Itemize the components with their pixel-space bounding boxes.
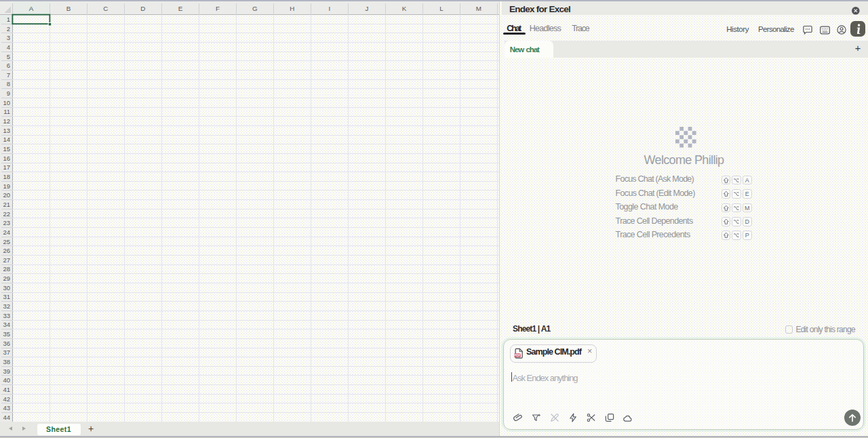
svg-text:F: F [216, 5, 220, 12]
svg-text:16: 16 [3, 155, 10, 162]
svg-text:10: 10 [3, 99, 10, 106]
svg-text:22: 22 [3, 210, 10, 218]
svg-text:2: 2 [7, 25, 10, 33]
svg-text:6: 6 [7, 62, 10, 69]
svg-text:31: 31 [3, 293, 10, 300]
svg-text:K: K [402, 5, 407, 12]
svg-text:17: 17 [3, 163, 10, 171]
svg-text:8: 8 [7, 80, 10, 87]
svg-text:28: 28 [3, 265, 10, 273]
svg-text:D: D [140, 5, 145, 12]
svg-text:36: 36 [3, 340, 10, 347]
svg-text:43: 43 [3, 404, 10, 412]
svg-text:L: L [439, 5, 443, 12]
svg-text:15: 15 [3, 145, 10, 153]
svg-text:14: 14 [3, 136, 10, 143]
svg-text:40: 40 [3, 376, 10, 384]
svg-text:23: 23 [3, 219, 10, 226]
svg-text:32: 32 [3, 302, 10, 310]
svg-text:9: 9 [7, 89, 10, 97]
svg-text:1: 1 [7, 16, 10, 23]
svg-text:M: M [476, 5, 481, 12]
svg-text:B: B [66, 5, 71, 12]
svg-text:13: 13 [3, 127, 10, 134]
svg-text:35: 35 [3, 330, 10, 338]
svg-text:44: 44 [3, 414, 10, 421]
svg-text:21: 21 [3, 201, 10, 208]
svg-text:20: 20 [3, 191, 10, 199]
svg-text:33: 33 [3, 312, 10, 319]
svg-text:42: 42 [3, 395, 10, 403]
svg-text:39: 39 [3, 367, 10, 375]
svg-text:24: 24 [3, 228, 10, 236]
svg-text:7: 7 [7, 71, 10, 79]
svg-text:3: 3 [7, 34, 10, 41]
svg-text:41: 41 [3, 386, 10, 393]
svg-text:27: 27 [3, 256, 10, 264]
svg-text:H: H [290, 5, 294, 12]
svg-text:26: 26 [3, 247, 10, 254]
svg-text:25: 25 [3, 238, 10, 245]
svg-text:G: G [252, 5, 258, 12]
svg-text:12: 12 [3, 117, 10, 125]
svg-text:18: 18 [3, 173, 10, 180]
svg-text:4: 4 [7, 43, 10, 51]
svg-text:34: 34 [3, 321, 10, 328]
svg-text:C: C [103, 5, 108, 12]
svg-text:J: J [365, 5, 368, 12]
svg-text:38: 38 [3, 358, 10, 365]
svg-text:I: I [329, 5, 331, 12]
svg-text:E: E [178, 5, 183, 12]
svg-text:30: 30 [3, 284, 10, 292]
svg-text:PDF: PDF [514, 354, 521, 357]
svg-text:19: 19 [3, 182, 10, 190]
svg-text:29: 29 [3, 275, 10, 282]
svg-text:37: 37 [3, 349, 10, 356]
svg-text:A: A [29, 5, 34, 12]
svg-text:5: 5 [7, 53, 10, 60]
svg-text:11: 11 [3, 108, 10, 115]
